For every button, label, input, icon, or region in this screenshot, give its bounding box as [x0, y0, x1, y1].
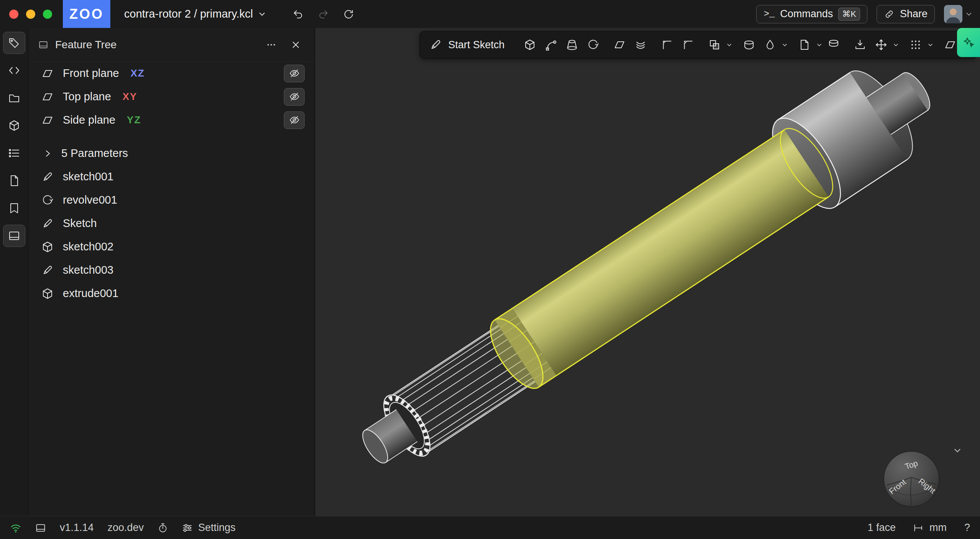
selected-cylinder-body[interactable] [512, 130, 829, 376]
rail-logs-button[interactable] [3, 142, 25, 164]
wifi-icon [10, 522, 21, 534]
panel-title: Feature Tree [55, 39, 116, 51]
sketch-icon [429, 38, 442, 51]
view-gizmo[interactable]: Top Front Right [882, 449, 941, 509]
operation-label: extrude001 [63, 287, 118, 300]
gizmo-menu-button[interactable] [951, 444, 964, 457]
helix-tool[interactable] [631, 35, 650, 55]
plane-icon [944, 39, 956, 51]
move-tool[interactable] [872, 35, 891, 55]
pattern-tool[interactable] [906, 35, 925, 55]
rail-code-button[interactable] [3, 59, 25, 82]
eye-slash-icon [289, 68, 300, 78]
chevron-down-icon [782, 42, 788, 48]
text-to-cad-button[interactable] [957, 28, 980, 57]
settings-button[interactable]: Settings [182, 522, 236, 534]
insert-dropdown[interactable] [816, 35, 822, 55]
chamfer-tool[interactable] [678, 35, 698, 55]
tree-row-operation[interactable]: Sketch [28, 212, 315, 235]
timer-button[interactable] [157, 523, 168, 533]
tree-row-top-plane[interactable]: Top plane XY [28, 85, 315, 108]
tree-row-operation[interactable]: sketch001 [28, 165, 315, 188]
rail-feature-tree-button[interactable] [3, 32, 25, 54]
visibility-toggle[interactable] [284, 88, 305, 106]
history-controls [288, 4, 359, 24]
share-button[interactable]: Share [877, 5, 935, 23]
zoo-logo[interactable]: ZOO [63, 0, 110, 28]
commands-button[interactable]: >_ Commands ⌘K [756, 5, 867, 23]
avatar [944, 5, 962, 23]
redo-icon [317, 8, 329, 20]
import-tool[interactable] [851, 35, 870, 55]
panel-close-button[interactable] [287, 36, 305, 54]
visibility-toggle[interactable] [284, 111, 305, 129]
operation-label: sketch001 [63, 170, 113, 183]
sliders-icon [182, 523, 193, 533]
sweep-tool[interactable] [541, 35, 560, 55]
minimize-window-button[interactable] [26, 10, 35, 19]
pattern-dropdown[interactable] [927, 35, 933, 55]
loft-tool[interactable] [562, 35, 582, 55]
start-sketch-button[interactable]: Start Sketch [429, 38, 505, 51]
redo-button[interactable] [313, 4, 333, 24]
operation-label: sketch003 [63, 264, 113, 276]
reload-button[interactable] [339, 4, 359, 24]
tree-row-side-plane[interactable]: Side plane YZ [28, 108, 315, 132]
boolean-dropdown[interactable] [726, 35, 732, 55]
units-button[interactable]: mm [913, 522, 947, 534]
move-dropdown[interactable] [893, 35, 899, 55]
tree-row-operation[interactable]: revolve001 [28, 188, 315, 212]
extrude-tool[interactable] [520, 35, 539, 55]
appearance-dropdown[interactable] [782, 35, 788, 55]
rail-files-button[interactable] [3, 87, 25, 109]
panel-toggle-button[interactable] [35, 523, 46, 533]
rail-export-button[interactable] [3, 197, 25, 219]
offset-plane-tool[interactable] [610, 35, 629, 55]
help-button[interactable]: ? [964, 522, 970, 534]
tree-row-operation[interactable]: sketch002 [28, 235, 315, 258]
tree-row-front-plane[interactable]: Front plane XZ [28, 62, 315, 85]
revolve-tool[interactable] [583, 35, 603, 55]
zoom-window-button[interactable] [43, 10, 52, 19]
app-version: v1.1.14 [60, 522, 94, 534]
viewport-3d[interactable]: Start Sketch [315, 28, 980, 516]
shell-tool[interactable] [739, 35, 759, 55]
solid-icon [41, 287, 54, 300]
plane-axis: XZ [131, 67, 145, 79]
helix-icon [634, 39, 647, 51]
network-status-button[interactable] [10, 522, 21, 534]
statusbar: v1.1.14 zoo.dev Settings 1 face mm ? [0, 516, 980, 539]
tree-row-operation[interactable]: extrude001 [28, 282, 315, 305]
sparkle-cursor-icon [962, 36, 975, 49]
undo-button[interactable] [288, 4, 308, 24]
plane-label: Side plane [63, 114, 115, 126]
insert-tool[interactable] [795, 35, 814, 55]
appearance-tool[interactable] [760, 35, 780, 55]
solid-icon [41, 241, 54, 253]
tree-row-parameters[interactable]: 5 Parameters [28, 142, 315, 165]
rail-file-button[interactable] [3, 170, 25, 192]
project-title: contra-rotor 2 / primary.kcl [124, 8, 253, 20]
boolean-tool[interactable] [705, 35, 724, 55]
link-icon [884, 9, 895, 20]
visibility-toggle[interactable] [284, 65, 305, 82]
rail-modules-button[interactable] [3, 114, 25, 137]
close-window-button[interactable] [9, 10, 18, 19]
selection-info: 1 face [867, 522, 896, 534]
stack-tool[interactable] [824, 35, 843, 55]
panel-menu-button[interactable] [262, 36, 280, 54]
project-menu[interactable]: contra-rotor 2 / primary.kcl [124, 8, 266, 20]
appearance-icon [764, 39, 776, 51]
pattern-icon [910, 39, 922, 51]
sketch-icon [41, 217, 54, 230]
3d-model[interactable] [315, 28, 980, 516]
tree-row-operation[interactable]: sketch003 [28, 258, 315, 282]
user-menu[interactable] [944, 5, 972, 23]
start-sketch-label: Start Sketch [448, 39, 505, 51]
chevron-down-icon [726, 42, 732, 48]
rail-panel-button[interactable] [3, 225, 25, 247]
chamfer-icon [682, 39, 694, 51]
fillet-tool[interactable] [657, 35, 677, 55]
statusbar-right: 1 face mm ? [867, 522, 970, 534]
zoo-dev-link[interactable]: zoo.dev [108, 522, 144, 534]
